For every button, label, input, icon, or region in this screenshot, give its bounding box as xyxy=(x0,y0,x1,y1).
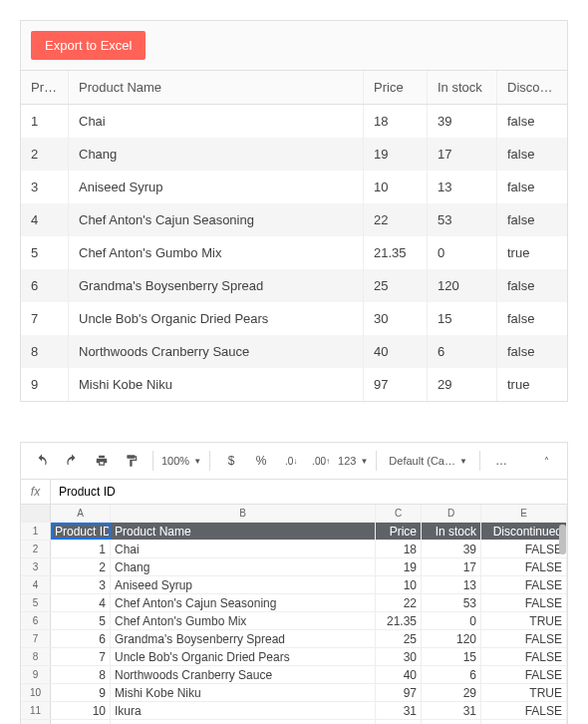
cell-A11[interactable]: 10 xyxy=(51,702,111,719)
cell-A1[interactable]: Product ID xyxy=(51,523,111,540)
table-row[interactable]: 2Chang1917false xyxy=(21,138,567,171)
zoom-dropdown[interactable]: 100% ▼ xyxy=(161,455,201,467)
cell-C2[interactable]: 18 xyxy=(376,541,422,557)
cell-B1[interactable]: Product Name xyxy=(111,523,376,540)
table-row[interactable]: 6Grandma's Boysenberry Spread25120false xyxy=(21,269,567,302)
font-dropdown[interactable]: Default (Ca… ▼ xyxy=(385,455,471,467)
cell-A5[interactable]: 4 xyxy=(51,594,111,611)
row-header[interactable]: 3 xyxy=(21,558,51,575)
col-header-E[interactable]: E xyxy=(481,505,567,522)
cell-C10[interactable]: 97 xyxy=(376,684,422,701)
cell-C5[interactable]: 22 xyxy=(376,594,422,611)
cell-A12[interactable]: 11 xyxy=(51,720,111,724)
col-header-C[interactable]: C xyxy=(376,505,422,522)
cell-E10[interactable]: TRUE xyxy=(481,684,567,701)
increase-decimal-button[interactable]: .00↑ xyxy=(308,449,334,473)
formula-input[interactable] xyxy=(51,480,567,504)
cell-C3[interactable]: 19 xyxy=(376,558,422,575)
spreadsheet-grid[interactable]: A B C D E 1Product IDProduct NamePriceIn… xyxy=(21,505,567,724)
cell-B3[interactable]: Chang xyxy=(111,558,376,575)
number-format-dropdown[interactable]: 123 ▼ xyxy=(338,455,368,467)
table-row[interactable]: 5Chef Anton's Gumbo Mix21.350true xyxy=(21,236,567,269)
cell-D9[interactable]: 6 xyxy=(422,666,481,683)
row-header[interactable]: 4 xyxy=(21,576,51,593)
cell-C4[interactable]: 10 xyxy=(376,576,422,593)
redo-button[interactable] xyxy=(59,449,85,473)
cell-D7[interactable]: 120 xyxy=(422,630,481,647)
table-row[interactable]: 7Uncle Bob's Organic Dried Pears3015fals… xyxy=(21,302,567,335)
cell-B4[interactable]: Aniseed Syrup xyxy=(111,576,376,593)
cell-A3[interactable]: 2 xyxy=(51,558,111,575)
cell-D10[interactable]: 29 xyxy=(422,684,481,701)
col-header-D[interactable]: D xyxy=(422,505,481,522)
cell-B7[interactable]: Grandma's Boysenberry Spread xyxy=(111,630,376,647)
row-header[interactable]: 8 xyxy=(21,648,51,665)
select-all-corner[interactable] xyxy=(21,505,51,522)
cell-D1[interactable]: In stock xyxy=(422,523,481,540)
cell-D12[interactable]: 22 xyxy=(422,720,481,724)
col-header-disc[interactable]: Discon… xyxy=(497,71,567,104)
cell-E7[interactable]: FALSE xyxy=(481,630,567,647)
paint-format-button[interactable] xyxy=(119,449,145,473)
cell-C1[interactable]: Price xyxy=(376,523,422,540)
cell-B10[interactable]: Mishi Kobe Niku xyxy=(111,684,376,701)
table-row[interactable]: 9Mishi Kobe Niku9729true xyxy=(21,368,567,401)
col-header-A[interactable]: A xyxy=(51,505,111,522)
cell-D8[interactable]: 15 xyxy=(422,648,481,665)
col-header-name[interactable]: Product Name xyxy=(69,71,364,104)
cell-E3[interactable]: FALSE xyxy=(481,558,567,575)
row-header[interactable]: 12 xyxy=(21,720,51,724)
decrease-decimal-button[interactable]: .0↓ xyxy=(278,449,304,473)
cell-B9[interactable]: Northwoods Cranberry Sauce xyxy=(111,666,376,683)
row-header[interactable]: 10 xyxy=(21,684,51,701)
row-header[interactable]: 11 xyxy=(21,702,51,719)
cell-D4[interactable]: 13 xyxy=(422,576,481,593)
cell-E2[interactable]: FALSE xyxy=(481,541,567,557)
col-header-stock[interactable]: In stock xyxy=(428,71,497,104)
cell-A8[interactable]: 7 xyxy=(51,648,111,665)
cell-C8[interactable]: 30 xyxy=(376,648,422,665)
row-header[interactable]: 1 xyxy=(21,523,51,540)
cell-A4[interactable]: 3 xyxy=(51,576,111,593)
cell-E11[interactable]: FALSE xyxy=(481,702,567,719)
cell-E1[interactable]: Discontinued xyxy=(481,523,567,540)
cell-B8[interactable]: Uncle Bob's Organic Dried Pears xyxy=(111,648,376,665)
cell-D3[interactable]: 17 xyxy=(422,558,481,575)
table-row[interactable]: 3Aniseed Syrup1013false xyxy=(21,171,567,203)
more-tools-button[interactable]: … xyxy=(488,449,514,473)
cell-A10[interactable]: 9 xyxy=(51,684,111,701)
cell-B5[interactable]: Chef Anton's Cajun Seasoning xyxy=(111,594,376,611)
cell-A6[interactable]: 5 xyxy=(51,612,111,629)
cell-E5[interactable]: FALSE xyxy=(481,594,567,611)
row-header[interactable]: 9 xyxy=(21,666,51,683)
cell-E12[interactable]: FALSE xyxy=(481,720,567,724)
cell-E6[interactable]: TRUE xyxy=(481,612,567,629)
vertical-scrollbar[interactable] xyxy=(559,525,566,554)
cell-E9[interactable]: FALSE xyxy=(481,666,567,683)
collapse-toolbar-button[interactable]: ˄ xyxy=(533,449,559,473)
cell-B6[interactable]: Chef Anton's Gumbo Mix xyxy=(111,612,376,629)
cell-E8[interactable]: FALSE xyxy=(481,648,567,665)
row-header[interactable]: 6 xyxy=(21,612,51,629)
percent-button[interactable]: % xyxy=(248,449,274,473)
export-excel-button[interactable]: Export to Excel xyxy=(31,31,146,60)
cell-C7[interactable]: 25 xyxy=(376,630,422,647)
undo-button[interactable] xyxy=(29,449,55,473)
table-row[interactable]: 8Northwoods Cranberry Sauce406false xyxy=(21,335,567,368)
cell-A7[interactable]: 6 xyxy=(51,630,111,647)
print-button[interactable] xyxy=(89,449,115,473)
cell-B12[interactable]: Queso Cabrales xyxy=(111,720,376,724)
cell-D6[interactable]: 0 xyxy=(422,612,481,629)
row-header[interactable]: 2 xyxy=(21,541,51,557)
cell-A2[interactable]: 1 xyxy=(51,541,111,557)
cell-D2[interactable]: 39 xyxy=(422,541,481,557)
cell-C6[interactable]: 21.35 xyxy=(376,612,422,629)
table-row[interactable]: 4Chef Anton's Cajun Seasoning2253false xyxy=(21,203,567,236)
cell-D5[interactable]: 53 xyxy=(422,594,481,611)
table-row[interactable]: 1Chai1839false xyxy=(21,105,567,138)
row-header[interactable]: 7 xyxy=(21,630,51,647)
cell-D11[interactable]: 31 xyxy=(422,702,481,719)
col-header-id[interactable]: Pr… xyxy=(21,71,69,104)
col-header-price[interactable]: Price xyxy=(364,71,428,104)
currency-button[interactable]: $ xyxy=(218,449,244,473)
